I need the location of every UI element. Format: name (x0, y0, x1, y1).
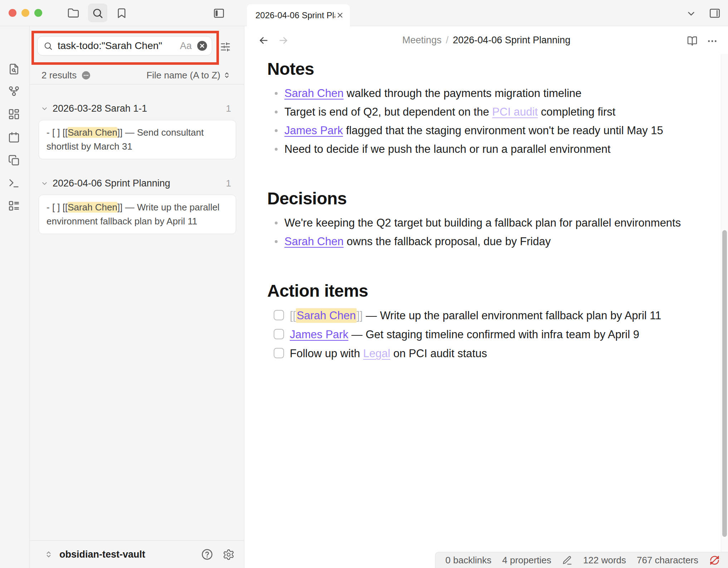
text: completing first (538, 106, 615, 118)
results-summary-row: 2 results File name (A to Z) (41, 68, 231, 82)
forward-arrow-icon[interactable] (278, 35, 289, 46)
close-window-button[interactable] (9, 9, 16, 17)
vault-row: obsidian-test-vault (30, 540, 244, 568)
sort-label: File name (A to Z) (146, 70, 220, 81)
result-file-name: 2026-04-06 Sprint Planning (53, 178, 170, 189)
zoom-window-button[interactable] (34, 9, 42, 17)
bookmark-icon[interactable] (116, 7, 128, 19)
terminal-icon[interactable] (8, 177, 20, 189)
task-text: [[Sarah Chen]] — Write up the parallel e… (290, 306, 661, 325)
scrollbar-thumb[interactable] (722, 230, 727, 537)
wiki-link[interactable]: Sarah Chen (284, 235, 343, 248)
result-group-header[interactable]: 2026-03-28 Sarah 1-11 (40, 103, 231, 114)
result-match-card[interactable]: - [ ] [[Sarah Chen]] — Write up the para… (39, 195, 236, 234)
view-header: Meetings / 2026-04-06 Sprint Planning (245, 26, 728, 54)
result-match-card[interactable]: - [ ] [[Sarah Chen]] — Send consultant s… (39, 120, 236, 159)
task-text: James Park — Get staging timeline confir… (290, 325, 639, 344)
task-checkbox[interactable] (274, 310, 284, 320)
copy-icon[interactable] (8, 154, 20, 166)
match-highlight: Sarah Chen (68, 202, 117, 213)
task-text: Follow up with Legal on PCI audit status (290, 344, 487, 363)
search-results: 2026-03-28 Sarah 1-11- [ ] [[Sarah Chen]… (30, 84, 244, 540)
canvas-icon[interactable] (8, 108, 20, 120)
task-list: [[Sarah Chen]] — Write up the parallel e… (274, 306, 688, 363)
task-item: [[Sarah Chen]] — Write up the parallel e… (274, 306, 688, 325)
results-ellipsis-badge-icon[interactable] (82, 71, 91, 80)
tab-active[interactable]: 2026-04-06 Sprint Plan... (247, 4, 350, 26)
list-icon[interactable] (8, 200, 20, 212)
text: — Write up the parallel environment fall… (363, 309, 661, 322)
book-open-icon[interactable] (687, 35, 698, 47)
bullet-item: Sarah Chen walked through the payments m… (267, 84, 688, 103)
text: Need to decide if we push the launch or … (284, 143, 611, 155)
search-settings-sliders-icon[interactable] (220, 41, 231, 53)
search-panel: task-todo:"Sarah Chen" Aa 2 results File… (30, 26, 244, 568)
wiki-link[interactable]: James Park (290, 328, 348, 341)
match-text: - [ ] [[ (47, 202, 68, 213)
wiki-link[interactable]: Sarah Chen (284, 87, 343, 99)
bullet-item: Sarah Chen owns the fallback proposal, d… (267, 232, 688, 251)
match-text: - [ ] [[ (47, 127, 68, 138)
editor-pane: Meetings / 2026-04-06 Sprint Planning No… (245, 26, 728, 568)
wiki-link-highlighted[interactable]: Sarah Chen (296, 308, 356, 323)
bullet-list: We're keeping the Q2 target but building… (267, 214, 688, 251)
vault-name[interactable]: obsidian-test-vault (59, 549, 145, 560)
status-bar: 0 backlinks 4 properties 122 words 767 c… (435, 552, 728, 568)
unresolved-link[interactable]: PCI audit (492, 106, 538, 118)
bullet-item: James Park flagged that the staging envi… (267, 121, 688, 140)
edit-pencil-icon[interactable] (562, 555, 572, 565)
task-checkbox[interactable] (274, 329, 284, 339)
wiki-link[interactable]: James Park (284, 124, 343, 137)
tab-list-chevron-down-icon[interactable] (685, 8, 697, 19)
wikilink-brackets: ]] (357, 309, 363, 322)
backlinks-count[interactable]: 0 backlinks (445, 555, 492, 566)
help-icon[interactable] (201, 548, 213, 560)
task-checkbox[interactable] (274, 348, 284, 358)
file-search-icon[interactable] (8, 63, 20, 75)
panel-right-toggle-icon[interactable] (709, 7, 721, 19)
graph-icon[interactable] (8, 85, 20, 97)
collapse-chevron-icon[interactable] (40, 179, 49, 188)
breadcrumb-separator: / (446, 35, 449, 46)
sort-order-control[interactable]: File name (A to Z) (146, 70, 231, 81)
section-heading: Notes (267, 59, 688, 79)
unresolved-link[interactable]: Legal (363, 347, 390, 360)
result-count: 1 (226, 103, 231, 114)
result-group-header[interactable]: 2026-04-06 Sprint Planning1 (40, 178, 231, 189)
match-highlight: Sarah Chen (68, 127, 117, 138)
gear-icon[interactable] (223, 548, 235, 560)
breadcrumb-folder[interactable]: Meetings (402, 35, 442, 46)
bullet-list: Sarah Chen walked through the payments m… (267, 84, 688, 159)
search-input[interactable]: task-todo:"Sarah Chen" Aa (37, 36, 212, 55)
close-icon[interactable] (335, 10, 345, 20)
collapse-chevron-icon[interactable] (40, 105, 49, 113)
vault-switcher-icon[interactable] (44, 550, 53, 559)
panel-left-toggle-icon[interactable] (213, 7, 225, 19)
results-count: 2 results (41, 70, 77, 81)
minimize-window-button[interactable] (21, 9, 29, 17)
text: on PCI audit status (390, 347, 487, 360)
calendar-icon[interactable] (8, 131, 20, 144)
folder-icon[interactable] (67, 7, 79, 19)
text: Target is end of Q2, but dependent on th… (284, 106, 492, 118)
bullet-item: Need to decide if we push the launch or … (267, 140, 688, 159)
task-item: James Park — Get staging timeline confir… (274, 325, 688, 344)
result-count: 1 (226, 178, 231, 189)
search-query-text: task-todo:"Sarah Chen" (58, 40, 162, 52)
back-arrow-icon[interactable] (258, 35, 269, 46)
tab-title: 2026-04-06 Sprint Plan... (255, 10, 335, 20)
clear-search-icon[interactable] (197, 40, 207, 51)
match-case-toggle[interactable]: Aa (180, 40, 192, 52)
properties-count[interactable]: 4 properties (502, 555, 551, 566)
text: Follow up with (290, 347, 363, 360)
magnifier-icon (43, 41, 53, 51)
sync-off-icon[interactable] (709, 555, 720, 566)
bullet-item: We're keeping the Q2 target but building… (267, 214, 688, 232)
breadcrumb-note-title[interactable]: 2026-04-06 Sprint Planning (453, 35, 571, 46)
more-options-icon[interactable] (707, 35, 718, 47)
bullet-item: Target is end of Q2, but dependent on th… (267, 103, 688, 121)
text: flagged that the staging environment won… (343, 124, 663, 137)
search-icon[interactable] (92, 7, 104, 19)
breadcrumb: Meetings / 2026-04-06 Sprint Planning (309, 26, 664, 54)
left-icon-rail (0, 26, 30, 568)
